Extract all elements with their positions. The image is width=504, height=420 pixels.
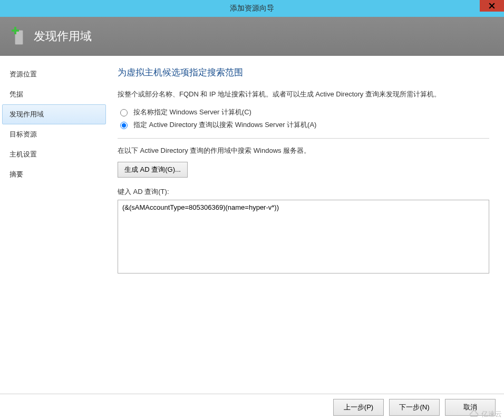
previous-button[interactable]: 上一步(P) xyxy=(333,399,384,416)
divider xyxy=(118,138,489,139)
generate-ad-query-button[interactable]: 生成 AD 查询(G)... xyxy=(118,162,188,178)
radio-specify-by-name-label: 按名称指定 Windows Server 计算机(C) xyxy=(133,108,251,117)
title-bar: 添加资源向导 xyxy=(0,0,504,17)
sidebar-item-target-resources[interactable]: 目标资源 xyxy=(2,124,106,144)
wizard-content: 为虚拟主机候选项指定搜索范围 按整个或部分名称、FQDN 和 IP 地址搜索计算… xyxy=(108,56,504,394)
sidebar-item-resource-location[interactable]: 资源位置 xyxy=(2,64,106,84)
ad-query-label: 键入 AD 查询(T): xyxy=(118,187,489,197)
sidebar-item-host-settings[interactable]: 主机设置 xyxy=(2,144,106,164)
window-title: 添加资源向导 xyxy=(230,4,274,13)
close-icon xyxy=(489,3,495,9)
wizard-footer: 上一步(P) 下一步(N) 取消 亿速云 xyxy=(0,394,504,420)
wizard-body: 资源位置 凭据 发现作用域 目标资源 主机设置 摘要 为虚拟主机候选项指定搜索范… xyxy=(0,56,504,394)
next-button[interactable]: 下一步(N) xyxy=(389,399,440,416)
sidebar-item-credentials[interactable]: 凭据 xyxy=(2,84,106,104)
wizard-icon xyxy=(12,27,26,46)
cancel-button[interactable]: 取消 xyxy=(445,399,496,416)
ad-query-input[interactable] xyxy=(118,200,489,274)
radio-specify-ad-query[interactable]: 指定 Active Directory 查询以搜索 Windows Server… xyxy=(118,120,489,130)
wizard-sidebar: 资源位置 凭据 发现作用域 目标资源 主机设置 摘要 xyxy=(0,56,108,394)
radio-specify-by-name-input[interactable] xyxy=(120,109,128,116)
sidebar-item-discovery-scope[interactable]: 发现作用域 xyxy=(2,104,106,124)
radio-specify-by-name[interactable]: 按名称指定 Windows Server 计算机(C) xyxy=(118,108,489,117)
close-button[interactable] xyxy=(480,0,504,12)
radio-specify-ad-query-label: 指定 Active Directory 查询以搜索 Windows Server… xyxy=(133,120,316,130)
page-description: 按整个或部分名称、FQDN 和 IP 地址搜索计算机。或者可以生成 Active… xyxy=(118,89,489,100)
page-title: 为虚拟主机候选项指定搜索范围 xyxy=(118,66,489,79)
ad-scope-instruction: 在以下 Active Directory 查询的作用域中搜索 Windows 服… xyxy=(118,146,489,155)
sidebar-item-summary[interactable]: 摘要 xyxy=(2,164,106,184)
wizard-header: 发现作用域 xyxy=(0,17,504,56)
wizard-header-title: 发现作用域 xyxy=(34,28,92,44)
radio-specify-ad-query-input[interactable] xyxy=(120,122,128,129)
